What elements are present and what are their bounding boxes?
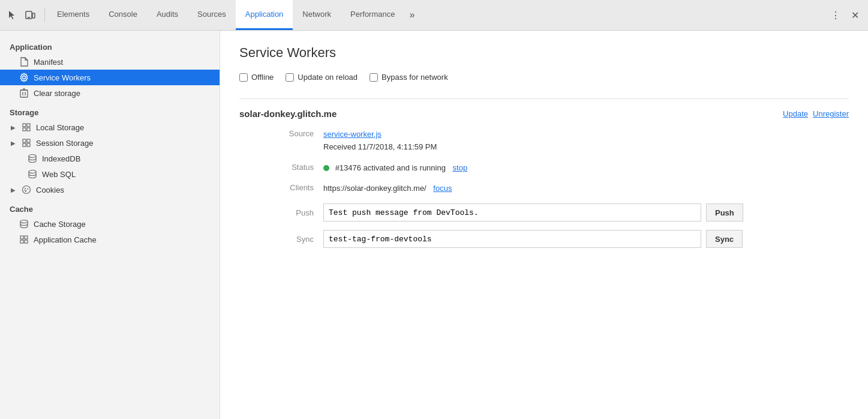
arrow-icon-local-storage: ▶ [10,124,17,131]
device-icon[interactable] [23,8,37,22]
svg-point-18 [29,170,36,173]
file-icon [19,57,29,67]
svg-rect-1 [32,13,35,18]
unregister-link[interactable]: Unregister [813,109,849,118]
svg-point-3 [23,76,26,79]
tab-console[interactable]: Console [99,0,147,30]
focus-link[interactable]: focus [433,184,452,193]
sidebar-section-application: Application [0,35,220,54]
trash-icon [19,88,29,98]
bypass-for-network-checkbox-label[interactable]: Bypass for network [370,73,448,82]
bypass-for-network-checkbox[interactable] [370,73,378,82]
sync-label: Sync [287,235,323,244]
push-input[interactable] [323,203,701,222]
svg-rect-25 [25,236,28,239]
svg-point-21 [27,188,28,190]
bypass-for-network-label: Bypass for network [382,73,448,82]
update-link[interactable]: Update [783,109,808,118]
stop-link[interactable]: stop [453,163,468,172]
sidebar-item-indexeddb-label: IndexedDB [42,154,80,163]
sidebar-item-service-workers-label: Service Workers [34,73,91,82]
options-row: Offline Update on reload Bypass for netw… [239,73,849,82]
svg-rect-13 [23,139,26,142]
gear-icon [19,73,29,82]
sync-input[interactable] [323,230,701,248]
tab-performance[interactable]: Performance [341,0,404,30]
clients-value: https://solar-donkey.glitch.me/ focus [323,182,452,195]
clients-label: Clients [287,182,323,192]
status-label: Status [287,162,323,172]
sidebar-item-cache-storage[interactable]: Cache Storage [0,216,220,232]
sidebar-section-storage: Storage [0,101,220,119]
status-text: #13476 activated and is running [335,163,446,172]
sidebar-item-indexeddb[interactable]: IndexedDB [0,151,220,166]
offline-checkbox-label[interactable]: Offline [239,73,274,82]
update-on-reload-checkbox-label[interactable]: Update on reload [286,73,358,82]
sidebar: Application Manifest Service Workers [0,31,220,419]
menu-button[interactable]: ⋮ [827,7,844,23]
svg-point-23 [20,220,28,223]
worker-entry: solar-donkey.glitch.me Update Unregister… [239,98,849,248]
push-label: Push [287,208,323,217]
clients-url: https://solar-donkey.glitch.me/ [323,184,427,193]
clients-row: Clients https://solar-donkey.glitch.me/ … [239,182,849,195]
source-row: Source service-worker.js Received 11/7/2… [239,128,849,154]
sidebar-item-cookies-label: Cookies [36,185,64,194]
svg-rect-16 [27,143,30,146]
push-button[interactable]: Push [706,203,743,222]
main-layout: Application Manifest Service Workers [0,31,868,419]
svg-rect-26 [20,240,23,243]
tab-elements[interactable]: Elements [47,0,99,30]
update-on-reload-label: Update on reload [298,73,358,82]
sidebar-item-local-storage[interactable]: ▶ Local Storage [0,119,220,135]
worker-actions: Update Unregister [783,109,849,118]
svg-point-19 [23,186,31,194]
sidebar-item-web-sql[interactable]: Web SQL [0,166,220,182]
offline-label: Offline [251,73,274,82]
grid-icon-local-storage [22,122,31,132]
sidebar-item-session-storage[interactable]: ▶ Session Storage [0,135,220,151]
sidebar-item-web-sql-label: Web SQL [42,170,76,179]
content-area: Service Workers Offline Update on reload… [220,31,868,419]
sidebar-item-local-storage-label: Local Storage [36,123,84,132]
svg-rect-15 [23,143,26,146]
sidebar-item-manifest[interactable]: Manifest [0,54,220,70]
close-button[interactable]: ✕ [846,7,863,23]
svg-rect-14 [27,139,30,142]
sidebar-item-session-storage-label: Session Storage [36,139,93,148]
svg-rect-24 [20,236,23,239]
status-dot [323,165,329,171]
svg-rect-9 [23,124,26,127]
tab-more[interactable]: » [404,0,419,30]
source-file-link[interactable]: service-worker.js [323,130,382,139]
svg-point-17 [29,155,36,158]
svg-rect-27 [25,240,28,243]
source-label: Source [287,128,323,138]
offline-checkbox[interactable] [239,73,248,82]
db-icon-cache-storage [19,219,29,229]
tab-audits[interactable]: Audits [147,0,188,30]
sidebar-item-application-cache-label: Application Cache [34,235,97,244]
arrow-icon-session-storage: ▶ [10,139,17,146]
push-row: Push Push [239,203,849,222]
cursor-icon[interactable] [5,8,19,22]
svg-rect-10 [27,124,30,127]
sidebar-item-manifest-label: Manifest [34,58,63,67]
sync-button[interactable]: Sync [706,230,743,248]
devtools-icons [5,8,45,22]
svg-point-20 [25,188,26,189]
top-bar-right: ⋮ ✕ [827,7,863,23]
sidebar-item-clear-storage[interactable]: Clear storage [0,85,220,101]
sidebar-item-cache-storage-label: Cache Storage [34,220,86,229]
tab-application[interactable]: Application [236,0,293,30]
grid-icon-session-storage [22,138,31,148]
tab-network[interactable]: Network [293,0,341,30]
tab-sources[interactable]: Sources [188,0,236,30]
sidebar-item-service-workers[interactable]: Service Workers [0,70,220,85]
sidebar-section-cache: Cache [0,197,220,216]
sidebar-item-application-cache[interactable]: Application Cache [0,232,220,247]
update-on-reload-checkbox[interactable] [286,73,294,82]
sidebar-item-cookies[interactable]: ▶ Cookies [0,182,220,197]
grid-icon-app-cache [19,235,29,244]
db-icon-indexeddb [28,154,37,163]
